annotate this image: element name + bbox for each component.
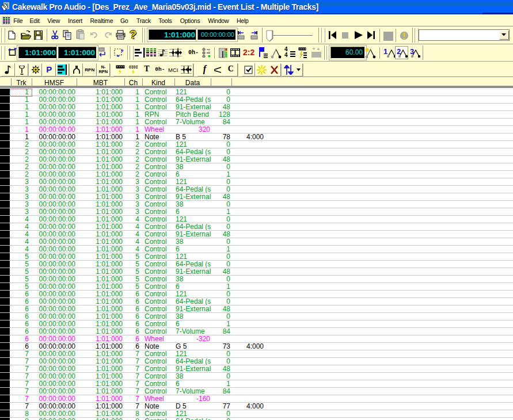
svg-text:OIOI: OIOI xyxy=(129,66,138,70)
